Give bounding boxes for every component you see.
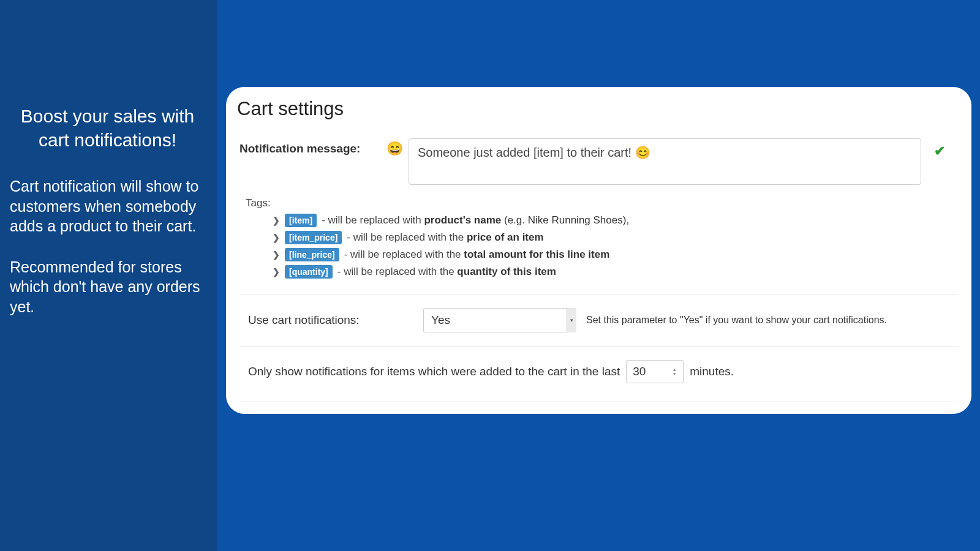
tag-pill-line-price[interactable]: [line_price]: [285, 248, 339, 261]
notification-message-label: Notification message:: [239, 138, 386, 156]
promo-headline: Boost your sales with cart notifications…: [10, 104, 205, 152]
tag-pill-quantity[interactable]: [quantity]: [285, 265, 333, 279]
number-spinner-icon[interactable]: ▲▼: [668, 367, 680, 376]
tag-pre: - will be replaced with the: [344, 249, 464, 260]
tag-bold: product's name: [424, 214, 501, 226]
chevron-right-icon: ❯: [273, 233, 280, 242]
tag-line-item-price: ❯ [item_price] - will be replaced with t…: [246, 229, 954, 246]
tag-post: (e.g. Nike Running Shoes),: [501, 214, 629, 226]
chevron-right-icon: ❯: [273, 267, 280, 277]
minutes-post-text: minutes.: [690, 365, 734, 378]
tag-pre: - will be replaced with the: [337, 266, 458, 277]
use-cart-select[interactable]: Yes ▾: [423, 308, 576, 332]
tag-line-item: ❯ [item] - will be replaced with product…: [246, 212, 954, 229]
tag-desc: - will be replaced with the quantity of …: [337, 266, 556, 278]
chevron-right-icon: ❯: [273, 216, 280, 225]
cart-settings-card: Cart settings Notification message: 😄 So…: [226, 87, 971, 414]
notification-message-row: Notification message: 😄 Someone just add…: [237, 138, 960, 185]
tags-label: Tags:: [246, 197, 954, 209]
promo-paragraph-2: Recommended for stores which don't have …: [10, 257, 205, 317]
use-cart-label: Use cart notifications:: [248, 313, 413, 327]
tag-desc: - will be replaced with product's name (…: [322, 214, 629, 227]
tag-pill-item[interactable]: [item]: [285, 214, 317, 227]
minutes-input[interactable]: 30 ▲▼: [626, 360, 684, 383]
tag-bold: quantity of this item: [457, 266, 556, 277]
tags-block: Tags: ❯ [item] - will be replaced with p…: [237, 197, 960, 294]
promo-paragraph-1: Cart notification will show to customers…: [10, 176, 205, 236]
use-cart-value: Yes: [431, 313, 450, 327]
chevron-down-icon: ▾: [567, 308, 576, 332]
tag-pre: - will be replaced with the: [347, 231, 467, 243]
divider: [239, 402, 958, 402]
minutes-value: 30: [633, 365, 646, 378]
tag-desc: - will be replaced with the total amount…: [344, 249, 610, 261]
use-cart-help: Set this parameter to "Yes" if you want …: [586, 314, 953, 327]
chevron-right-icon: ❯: [273, 250, 280, 260]
validation-column: ✔: [921, 138, 958, 159]
tag-line-line-price: ❯ [line_price] - will be replaced with t…: [246, 246, 954, 263]
minutes-pre-text: Only show notifications for items which …: [248, 365, 620, 378]
main-area: Cart settings Notification message: 😄 So…: [217, 0, 980, 551]
tag-bold: total amount for this line item: [464, 249, 609, 260]
card-title: Cart settings: [237, 98, 960, 120]
tag-pre: - will be replaced with: [322, 214, 424, 226]
notification-message-input[interactable]: Someone just added [item] to their cart!…: [409, 138, 921, 185]
promo-sidebar: Boost your sales with cart notifications…: [0, 0, 217, 551]
tag-pill-item-price[interactable]: [item_price]: [285, 231, 342, 244]
minutes-row: Only show notifications for items which …: [237, 347, 960, 402]
tag-line-quantity: ❯ [quantity] - will be replaced with the…: [246, 263, 954, 280]
use-cart-notifications-row: Use cart notifications: Yes ▾ Set this p…: [237, 294, 960, 346]
tag-bold: price of an item: [467, 231, 544, 243]
check-icon: ✔: [934, 143, 945, 159]
tag-desc: - will be replaced with the price of an …: [347, 231, 543, 244]
emoji-picker-button[interactable]: 😄: [386, 138, 405, 157]
